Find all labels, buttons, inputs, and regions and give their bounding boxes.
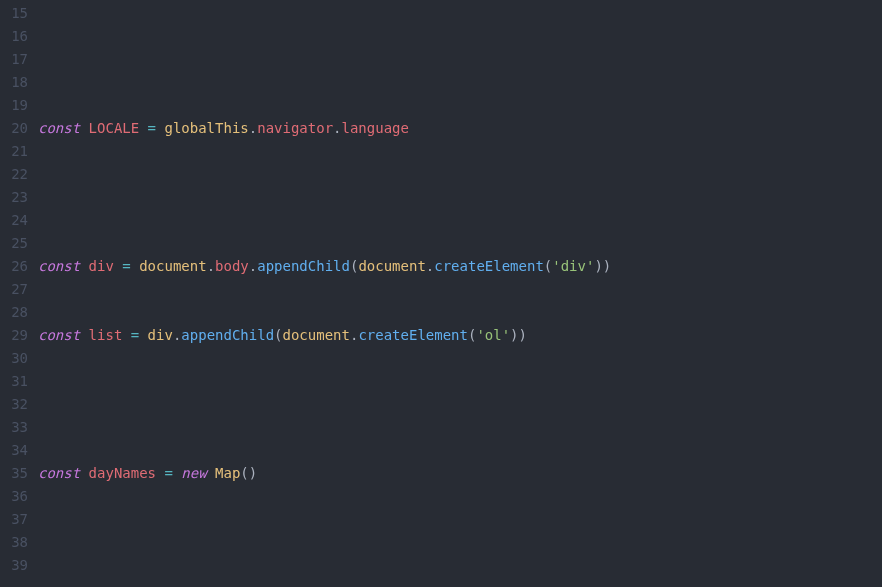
line-number: 21 bbox=[0, 140, 28, 163]
line-number: 23 bbox=[0, 186, 28, 209]
line-number: 28 bbox=[0, 301, 28, 324]
line-number: 29 bbox=[0, 324, 28, 347]
code-area[interactable]: const LOCALE = globalThis.navigator.lang… bbox=[38, 0, 882, 587]
line-number: 37 bbox=[0, 508, 28, 531]
line-number: 18 bbox=[0, 71, 28, 94]
line-number: 16 bbox=[0, 25, 28, 48]
line-number: 17 bbox=[0, 48, 28, 71]
line-number: 24 bbox=[0, 209, 28, 232]
line-number: 34 bbox=[0, 439, 28, 462]
line-number: 15 bbox=[0, 2, 28, 25]
line-number: 27 bbox=[0, 278, 28, 301]
code-line[interactable] bbox=[38, 48, 882, 71]
line-number: 39 bbox=[0, 554, 28, 577]
line-number: 25 bbox=[0, 232, 28, 255]
line-number: 26 bbox=[0, 255, 28, 278]
code-line[interactable] bbox=[38, 393, 882, 416]
line-number: 30 bbox=[0, 347, 28, 370]
code-line[interactable]: const div = document.body.appendChild(do… bbox=[38, 255, 882, 278]
line-number: 20 bbox=[0, 117, 28, 140]
code-line[interactable] bbox=[38, 531, 882, 554]
line-number: 32 bbox=[0, 393, 28, 416]
line-number: 19 bbox=[0, 94, 28, 117]
code-line[interactable]: const dayNames = new Map() bbox=[38, 462, 882, 485]
keyword: const bbox=[38, 120, 80, 136]
code-line[interactable]: const LOCALE = globalThis.navigator.lang… bbox=[38, 117, 882, 140]
code-line[interactable] bbox=[38, 186, 882, 209]
constant: LOCALE bbox=[89, 120, 140, 136]
line-number: 36 bbox=[0, 485, 28, 508]
line-number: 22 bbox=[0, 163, 28, 186]
line-number: 35 bbox=[0, 462, 28, 485]
line-number: 38 bbox=[0, 531, 28, 554]
line-number: 31 bbox=[0, 370, 28, 393]
code-editor[interactable]: 15 16 17 18 19 20 21 22 23 24 25 26 27 2… bbox=[0, 0, 882, 587]
code-line[interactable]: const list = div.appendChild(document.cr… bbox=[38, 324, 882, 347]
line-number: 33 bbox=[0, 416, 28, 439]
line-number-gutter: 15 16 17 18 19 20 21 22 23 24 25 26 27 2… bbox=[0, 0, 38, 587]
